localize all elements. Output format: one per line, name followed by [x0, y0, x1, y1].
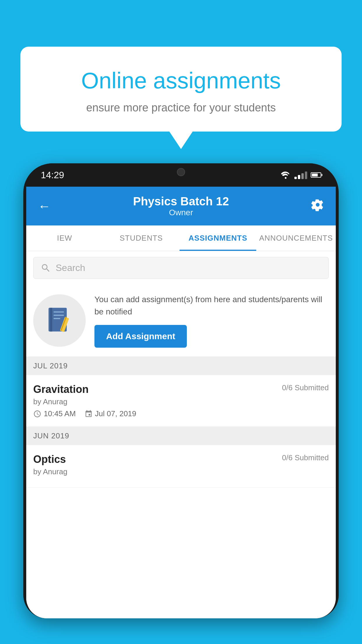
- gear-icon: [311, 198, 324, 211]
- meta-time-text-gravitation: 10:45 AM: [44, 409, 76, 418]
- meta-time-gravitation: 10:45 AM: [33, 409, 76, 418]
- assignment-by-optics: by Anurag: [33, 467, 329, 476]
- section-header-jul: JUL 2019: [26, 357, 336, 375]
- assignment-meta-gravitation: 10:45 AM Jul 07, 2019: [33, 409, 329, 418]
- tab-assignments[interactable]: ASSIGNMENTS: [180, 225, 256, 251]
- assignment-row1: Gravitation 0/6 Submitted: [33, 383, 329, 396]
- speech-bubble-wrapper: Online assignments ensure more practice …: [20, 47, 342, 149]
- promo-block: You can add assignment(s) from here and …: [26, 285, 336, 357]
- speech-bubble-arrow: [169, 132, 193, 149]
- phone-status-icons: [280, 171, 321, 179]
- settings-button[interactable]: [311, 198, 324, 214]
- svg-point-0: [285, 177, 287, 179]
- assignment-row1-optics: Optics 0/6 Submitted: [33, 453, 329, 466]
- section-header-jun: JUN 2019: [26, 427, 336, 445]
- signal-bars-icon: [294, 171, 307, 179]
- assignment-item-gravitation[interactable]: Gravitation 0/6 Submitted by Anurag 10:4…: [26, 375, 336, 427]
- speech-bubble-title: Online assignments: [44, 67, 318, 94]
- assignment-submitted-optics: 0/6 Submitted: [282, 453, 329, 462]
- app-header: ← Physics Batch 12 Owner: [26, 187, 336, 225]
- promo-icon-circle: [33, 294, 86, 347]
- promo-text: You can add assignment(s) from here and …: [94, 293, 329, 318]
- svg-rect-4: [54, 315, 64, 316]
- phone: 14:29: [23, 163, 339, 618]
- tab-announcements[interactable]: ANNOUNCEMENTS: [256, 225, 336, 251]
- header-title: Physics Batch 12: [51, 195, 311, 208]
- svg-rect-2: [50, 308, 52, 331]
- wifi-icon: [280, 171, 291, 179]
- search-placeholder: Search: [56, 262, 85, 273]
- phone-notch: [152, 163, 210, 181]
- promo-right: You can add assignment(s) from here and …: [94, 293, 329, 348]
- phone-time: 14:29: [41, 170, 64, 181]
- search-icon: [41, 263, 51, 273]
- speech-bubble: Online assignments ensure more practice …: [20, 47, 342, 132]
- phone-screen: ← Physics Batch 12 Owner IEW STUDENTS: [26, 187, 336, 618]
- phone-wrapper: 14:29: [23, 163, 339, 644]
- search-bar[interactable]: Search: [33, 257, 329, 279]
- notebook-icon: [45, 306, 74, 335]
- assignment-submitted-gravitation: 0/6 Submitted: [282, 383, 329, 392]
- header-center: Physics Batch 12 Owner: [51, 195, 311, 217]
- back-button[interactable]: ←: [38, 199, 51, 214]
- add-assignment-button[interactable]: Add Assignment: [94, 325, 187, 348]
- battery-icon: [311, 172, 321, 178]
- assignment-name-gravitation: Gravitation: [33, 383, 89, 396]
- phone-status-bar: 14:29: [23, 163, 339, 187]
- tab-iew[interactable]: IEW: [26, 225, 103, 251]
- calendar-icon: [85, 410, 93, 418]
- assignment-by-gravitation: by Anurag: [33, 397, 329, 406]
- screen-content: Search: [26, 251, 336, 618]
- speech-bubble-subtitle: ensure more practice for your students: [44, 102, 318, 114]
- meta-date-text-gravitation: Jul 07, 2019: [95, 409, 136, 418]
- tabs-bar: IEW STUDENTS ASSIGNMENTS ANNOUNCEMENTS: [26, 225, 336, 251]
- svg-rect-5: [54, 318, 60, 319]
- phone-camera: [177, 168, 185, 176]
- clock-icon: [33, 410, 41, 418]
- search-container: Search: [26, 251, 336, 285]
- assignment-item-optics[interactable]: Optics 0/6 Submitted by Anurag: [26, 445, 336, 488]
- assignment-name-optics: Optics: [33, 453, 66, 466]
- meta-date-gravitation: Jul 07, 2019: [85, 409, 136, 418]
- header-subtitle: Owner: [51, 208, 311, 217]
- svg-rect-3: [54, 312, 64, 313]
- tab-students[interactable]: STUDENTS: [103, 225, 180, 251]
